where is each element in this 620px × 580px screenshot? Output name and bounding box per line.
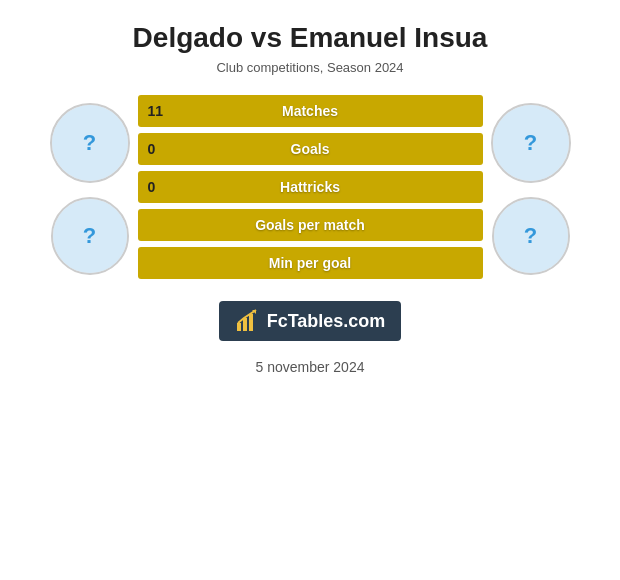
player-right-top-avatar: ? <box>491 103 571 183</box>
stat-value-hattricks: 0 <box>148 179 156 195</box>
stat-label-goals_per_match: Goals per match <box>138 217 483 233</box>
right-avatars: ? ? <box>491 103 571 275</box>
player-right-bottom-avatar: ? <box>492 197 570 275</box>
subtitle: Club competitions, Season 2024 <box>216 60 403 75</box>
page-title: Delgado vs Emanuel Insua <box>133 22 488 54</box>
date-label: 5 november 2024 <box>256 359 365 375</box>
stat-label-goals: Goals <box>138 141 483 157</box>
player-left-bottom-avatar: ? <box>51 197 129 275</box>
logo-area: FcTables.com <box>219 301 402 341</box>
stat-label-hattricks: Hattricks <box>138 179 483 195</box>
fctables-logo-icon <box>235 309 259 333</box>
player-left-top-avatar: ? <box>50 103 130 183</box>
left-bottom-question-icon: ? <box>53 199 127 273</box>
stat-row-min_per_goal: Min per goal <box>138 247 483 279</box>
stats-column: 11Matches0Goals0HattricksGoals per match… <box>138 95 483 279</box>
left-avatars: ? ? <box>50 103 130 275</box>
svg-rect-1 <box>243 318 247 331</box>
right-top-question-icon: ? <box>493 105 569 181</box>
stat-value-goals: 0 <box>148 141 156 157</box>
logo-box: FcTables.com <box>219 301 402 341</box>
stat-label-matches: Matches <box>138 103 483 119</box>
svg-rect-0 <box>237 323 241 331</box>
stat-row-hattricks: 0Hattricks <box>138 171 483 203</box>
stat-row-matches: 11Matches <box>138 95 483 127</box>
logo-text: FcTables.com <box>267 311 386 332</box>
stat-row-goals_per_match: Goals per match <box>138 209 483 241</box>
stat-row-goals: 0Goals <box>138 133 483 165</box>
svg-rect-2 <box>249 314 253 331</box>
left-top-question-icon: ? <box>52 105 128 181</box>
stat-value-matches: 11 <box>148 103 164 119</box>
right-bottom-question-icon: ? <box>494 199 568 273</box>
stat-label-min_per_goal: Min per goal <box>138 255 483 271</box>
